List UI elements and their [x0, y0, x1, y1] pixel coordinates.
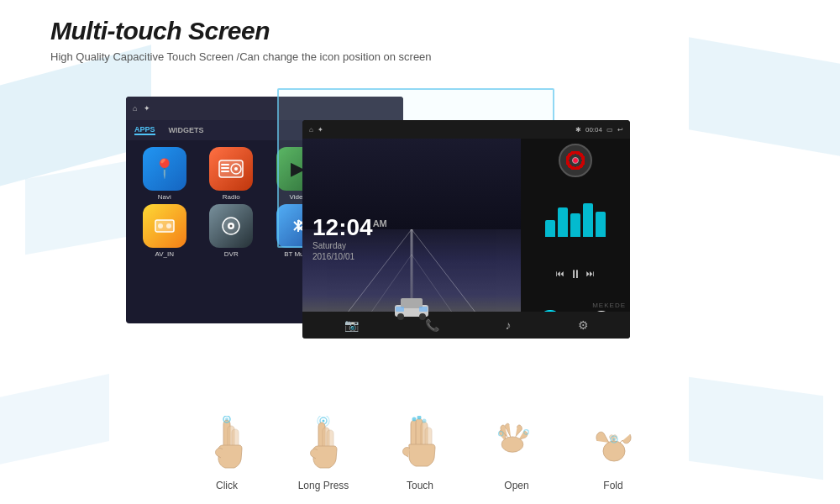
svg-point-32 — [412, 417, 416, 421]
page-subtitle: High Quality Capacitive Touch Screen /Ca… — [50, 50, 432, 63]
svg-rect-3 — [221, 164, 229, 165]
gesture-open-hand — [490, 413, 544, 476]
play-pause-button[interactable]: ⏸ — [570, 267, 581, 281]
time-ampm: AM — [373, 218, 387, 228]
app-navi-icon: 📍 — [143, 147, 186, 191]
statusbar-left: ⌂ ✦ — [309, 126, 323, 134]
app-dvr-label: DVR — [224, 250, 239, 258]
svg-rect-5 — [221, 171, 229, 172]
screens-container: ⌂ ✦ APPS WIDGETS 📍 Navi — [126, 88, 697, 349]
statusbar-icon-home: ⌂ — [133, 104, 137, 113]
svg-point-23 — [397, 313, 404, 320]
app-avin-label: AV_IN — [155, 250, 174, 258]
gesture-long-press-label: Long Press — [298, 480, 349, 491]
date-display: 2016/10/01 — [312, 252, 511, 261]
vinyl-icon — [559, 144, 592, 177]
gesture-open: Open — [490, 413, 544, 491]
svg-rect-25 — [396, 307, 404, 312]
screen-front: ⌂ ✦ ✱ 00:04 ▭ ↩ 12:04AM Sat — [302, 120, 630, 339]
page-container: Multi-touch Screen High Quality Capaciti… — [0, 0, 840, 504]
svg-rect-26 — [419, 307, 428, 312]
screen-main-content: 12:04AM Saturday 2016/10/01 — [302, 139, 630, 339]
vinyl-center — [572, 157, 579, 164]
gesture-fold-hand — [586, 413, 641, 476]
time-display: 12:04AM Saturday 2016/10/01 — [312, 216, 511, 261]
app-radio[interactable]: Radio — [200, 147, 264, 201]
svg-point-8 — [158, 223, 163, 228]
bg-decoration-top-right — [689, 37, 840, 156]
gesture-touch: Touch — [393, 413, 448, 491]
app-dvr-icon — [209, 204, 253, 248]
next-button[interactable]: ⏭ — [586, 269, 595, 278]
nav-music-icon[interactable]: ♪ — [506, 318, 512, 332]
app-navi[interactable]: 📍 Navi — [133, 147, 197, 201]
gesture-click-hand — [200, 413, 255, 476]
statusbar-signal-icon: ✦ — [318, 126, 323, 134]
app-avin-icon — [143, 204, 186, 248]
gesture-open-label: Open — [504, 480, 528, 491]
app-radio-icon — [209, 147, 253, 191]
app-dvr[interactable]: DVR — [200, 204, 264, 258]
statusbar-back-icon: ↩ — [617, 126, 623, 134]
time-value: 12:04AM — [312, 216, 511, 239]
screen-bottom-nav: 📷 📞 ♪ ⚙ — [302, 312, 630, 339]
svg-point-31 — [322, 419, 324, 422]
screen-watermark: MEKEDE — [592, 302, 626, 309]
prev-button[interactable]: ⏮ — [556, 269, 564, 278]
time-digits: 12:04 — [312, 214, 373, 240]
app-radio-label: Radio — [223, 193, 240, 201]
statusbar-battery-icon: ▭ — [606, 126, 613, 134]
app-navi-label: Navi — [158, 193, 171, 201]
svg-point-38 — [603, 441, 625, 461]
statusbar-time: 00:04 — [585, 126, 602, 134]
gesture-long-press-hand — [297, 413, 351, 476]
gesture-touch-label: Touch — [407, 480, 433, 491]
svg-point-2 — [234, 167, 238, 171]
nav-settings-icon[interactable]: ⚙ — [578, 318, 589, 332]
header-section: Multi-touch Screen High Quality Capaciti… — [50, 17, 432, 63]
svg-point-35 — [501, 436, 523, 451]
svg-point-24 — [419, 313, 426, 320]
app-avin[interactable]: AV_IN — [133, 204, 197, 258]
statusbar-icon-signal: ✦ — [144, 104, 150, 113]
eq-bar-1 — [545, 220, 555, 237]
svg-point-34 — [422, 418, 426, 423]
svg-point-9 — [166, 223, 171, 228]
statusbar-bt-icon: ✱ — [575, 126, 581, 134]
day-display: Saturday — [312, 241, 511, 250]
gesture-click-label: Click — [216, 480, 238, 491]
gesture-touch-hand — [393, 413, 448, 476]
equalizer-display — [526, 203, 625, 237]
svg-point-28 — [225, 417, 228, 421]
gesture-click: Click — [200, 413, 255, 491]
tab-apps[interactable]: APPS — [134, 125, 155, 135]
svg-rect-22 — [401, 298, 423, 308]
tab-widgets[interactable]: WIDGETS — [169, 126, 204, 134]
gesture-long-press: Long Press — [297, 413, 351, 491]
svg-point-12 — [230, 225, 233, 228]
gesture-fold-label: Fold — [603, 480, 622, 491]
statusbar-home-icon: ⌂ — [309, 126, 313, 134]
eq-bar-2 — [558, 207, 568, 237]
screen-left-panel: 12:04AM Saturday 2016/10/01 — [302, 139, 521, 339]
eq-bar-3 — [570, 213, 580, 237]
svg-rect-4 — [221, 167, 229, 169]
statusbar-right: ✱ 00:04 ▭ ↩ — [575, 126, 623, 134]
gesture-fold: Fold — [586, 413, 641, 491]
nav-camera-icon[interactable]: 📷 — [344, 318, 359, 332]
svg-point-40 — [612, 438, 615, 440]
screen-front-statusbar: ⌂ ✦ ✱ 00:04 ▭ ↩ — [302, 120, 630, 139]
eq-bar-4 — [583, 203, 593, 237]
eq-bar-5 — [596, 212, 606, 237]
page-title: Multi-touch Screen — [50, 17, 432, 45]
media-controls: ⏮ ⏸ ⏭ — [526, 267, 625, 281]
gestures-section: Click — [0, 413, 840, 491]
